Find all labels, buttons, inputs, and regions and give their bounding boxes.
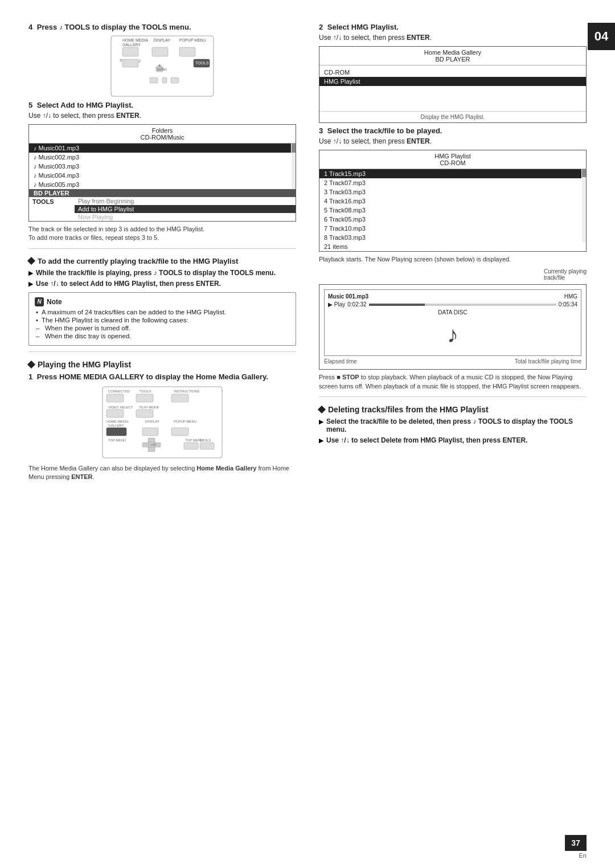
screen-mockup-2: Home Media Gallery BD PLAYER CD-ROM HMG … [319, 46, 587, 123]
svg-text:GALLERY: GALLERY [108, 424, 124, 427]
delete-step-b: ▶ Use ↑/↓ to select Delete from HMG Play… [319, 436, 587, 444]
svg-text:ENTER: ENTER [157, 68, 167, 71]
caption-hmg: The Home Media Gallery can also be displ… [28, 464, 296, 482]
svg-text:POPUP MENU: POPUP MENU [174, 420, 196, 423]
divider-3 [319, 396, 587, 397]
svg-text:INSTRUCTIONS: INSTRUCTIONS [174, 390, 199, 393]
right-column: 2 Select HMG Playlist. Use ↑/↓ to select… [319, 23, 587, 486]
svg-text:GALLERY: GALLERY [122, 43, 141, 47]
svg-rect-17 [162, 77, 167, 83]
note-icon: N [35, 297, 44, 306]
divider-1 [28, 248, 296, 249]
note-list: A maximum of 24 tracks/files can be adde… [35, 309, 290, 339]
screen1-header: Folders CD-ROM/Music [29, 125, 296, 144]
page-container: 04 4 Press ♪ TOOLS to display the TOOLS … [0, 0, 615, 868]
screen3-track-8: 8 Track03.mp3 [319, 233, 581, 242]
step-1-playing: 1 Press HOME MEDIA GALLERY to display th… [28, 372, 296, 381]
screen3-track-2: 2 Track07.mp3 [319, 178, 581, 187]
svg-text:CONNECTED: CONNECTED [108, 390, 130, 393]
remote-image-step4: HOME MEDIA GALLERY DISPLAY POPUP MENU TO… [28, 35, 296, 97]
screen1-item-5: ♪ Music005.mp3 [29, 180, 291, 189]
caption-stop: Press ■ STOP to stop playback. When play… [319, 373, 587, 391]
screen3-track-3: 3 Track03.mp3 [319, 187, 581, 196]
svg-text:TOOLS: TOOLS [140, 390, 151, 393]
svg-text:TOP MENU: TOP MENU [108, 439, 126, 442]
svg-text:VIDEO SELECT: VIDEO SELECT [108, 406, 133, 409]
step-5: 5 Select Add to HMG Playlist. Use ↑/↓ to… [28, 101, 296, 222]
svg-text:ENT: ENT [150, 443, 156, 447]
section-badge: 04 [588, 23, 615, 50]
remote-image-hmg: CONNECTED TOOLS INSTRUCTIONS VIDEO SELEC… [28, 386, 296, 460]
svg-rect-41 [148, 447, 155, 452]
screen1-item-4: ♪ Music004.mp3 [29, 171, 291, 180]
screen2-header: Home Media Gallery BD PLAYER [319, 47, 586, 65]
svg-text:TOOLS: TOOLS [199, 439, 211, 442]
svg-rect-13 [122, 59, 138, 67]
screen-mockup-1: Folders CD-ROM/Music ♪ Music001.mp3 ♪ Mu… [28, 124, 296, 222]
screen3-footer: 21 items [319, 242, 586, 251]
now-playing-screen: Music 001.mp3 HMG ▶ Play 0:02:32 0:05:34 [319, 284, 587, 370]
delete-step-a: ▶ Select the track/file to be deleted, t… [319, 417, 587, 433]
screen1-menu-add: Add to HMG Playlist [75, 205, 296, 213]
arrow-step-b: ▶ Use ↑/↓ to select Add to HMG Playlist,… [28, 280, 296, 288]
svg-rect-34 [106, 428, 126, 436]
svg-rect-16 [150, 77, 158, 83]
screen1-item-3: ♪ Music003.mp3 [29, 162, 291, 171]
music-note-icon: ♪ [328, 317, 577, 352]
step-2: 2 Select HMG Playlist. Use ↑/↓ to select… [319, 23, 587, 123]
svg-rect-29 [136, 410, 153, 417]
svg-rect-25 [171, 394, 188, 402]
arrow-step-a: ▶ While the track/file is playing, press… [28, 269, 296, 277]
section-delete: Deleting tracks/files from the HMG Playl… [319, 405, 587, 444]
step-3: 3 Select the track/file to be played. Us… [319, 126, 587, 252]
caption-playback: Playback starts. The Now Playing screen … [319, 255, 587, 264]
page-lang: En [579, 852, 587, 859]
screen3-track-7: 7 Track10.mp3 [319, 224, 581, 233]
screen1-menu-play: Play from Beginning [75, 197, 296, 205]
section-playing: Playing the HMG Playlist 1 Press HOME ME… [28, 360, 296, 482]
note-item-4: When the disc tray is opened. [35, 333, 290, 339]
note-box: N Note A maximum of 24 tracks/files can … [28, 292, 296, 346]
screen3-track-5: 5 Track08.mp3 [319, 206, 581, 215]
screen2-footer: Display the HMG Playlist. [319, 111, 586, 122]
screen1-section-label: BD PLAYER [29, 189, 296, 197]
screen1-tools-label: TOOLS [29, 197, 75, 221]
playing-annotation: Currently playing track/file Music 001.m… [319, 268, 587, 370]
page-number: 37 [565, 835, 587, 851]
screen3-track-4: 4 Track16.mp3 [319, 196, 581, 206]
svg-text:DISPLAY: DISPLAY [145, 420, 159, 423]
step-4: 4 Press ♪ TOOLS to display the TOOLS men… [28, 23, 296, 97]
screen1-item-1: ♪ Music001.mp3 [29, 144, 291, 153]
section-delete-title: Deleting tracks/files from the HMG Playl… [328, 405, 489, 414]
section-add-playing: To add the currently playing track/file … [28, 257, 296, 288]
svg-text:HOME MEDIA: HOME MEDIA [122, 38, 148, 42]
screen1-menu-now: Now Playing [75, 213, 296, 221]
svg-text:HOME MEDIA: HOME MEDIA [106, 420, 129, 423]
note-item-2: The HMG Playlist is cleared in the follo… [35, 317, 290, 324]
svg-text:TOOLS 1: TOOLS 1 [195, 61, 212, 65]
svg-rect-5 [122, 47, 138, 56]
svg-rect-18 [171, 77, 179, 83]
left-column: 4 Press ♪ TOOLS to display the TOOLS men… [28, 23, 296, 486]
elapsed-label: Elapsed time [324, 358, 357, 365]
diamond-icon-1 [27, 257, 35, 265]
svg-text:POPUP MENU: POPUP MENU [179, 38, 206, 42]
remote-svg-step4: HOME MEDIA GALLERY DISPLAY POPUP MENU TO… [105, 35, 219, 97]
total-label: Total track/file playing time [515, 358, 581, 365]
screen2-cdrom: CD-ROM [319, 68, 586, 77]
screen3-track-1: 1 Track15.mp3 [319, 169, 581, 178]
caption-1: The track or file selected in step 3 is … [28, 225, 296, 243]
svg-text:PLAY MODE: PLAY MODE [140, 406, 159, 409]
svg-text:DISPLAY: DISPLAY [154, 38, 170, 42]
svg-rect-47 [200, 443, 214, 449]
progress-bar [369, 304, 556, 306]
screen2-hmgplaylist: HMG Playlist [319, 77, 586, 86]
svg-rect-39 [142, 443, 149, 447]
note-item-3: When the power is turned off. [35, 325, 290, 331]
section-playing-title: Playing the HMG Playlist [38, 360, 131, 369]
screen3-track-6: 6 Track05.mp3 [319, 215, 581, 224]
svg-rect-38 [148, 438, 155, 443]
svg-rect-36 [171, 428, 188, 436]
remote-svg-hmg: CONNECTED TOOLS INSTRUCTIONS VIDEO SELEC… [100, 386, 225, 460]
svg-rect-35 [142, 428, 158, 436]
